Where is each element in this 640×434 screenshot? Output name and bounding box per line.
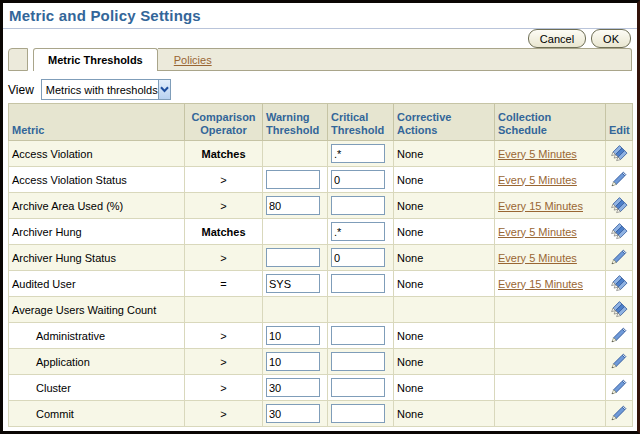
corrective-actions-value: None (394, 141, 495, 167)
warning-threshold-input[interactable] (266, 248, 320, 267)
column-header-corrective-actions: Corrective Actions (394, 104, 495, 141)
warning-threshold-input[interactable] (266, 274, 320, 293)
page-title: Metric and Policy Settings (9, 7, 201, 24)
comparison-operator-value: > (185, 245, 263, 271)
edit-multiple-pencil-icon[interactable] (610, 196, 629, 214)
corrective-actions-value: None (394, 323, 495, 349)
table-row: Access ViolationMatchesNoneEvery 5 Minut… (9, 141, 633, 167)
metric-name: Administrative (9, 323, 185, 349)
metric-name: Application (9, 349, 185, 375)
warning-threshold-cell (263, 271, 328, 297)
table-row: Commit>None (9, 401, 633, 427)
warning-threshold-cell (263, 401, 328, 427)
tab-bar-rest: Policies (158, 48, 632, 71)
collection-schedule-link[interactable]: Every 5 Minutes (498, 252, 577, 264)
ok-button[interactable]: OK (591, 29, 631, 48)
edit-multiple-pencil-icon[interactable] (610, 274, 629, 292)
table-row: Audited User=NoneEvery 15 Minutes (9, 271, 633, 297)
edit-cell (606, 271, 633, 297)
edit-cell (606, 167, 633, 193)
collection-schedule-link[interactable]: Every 5 Minutes (498, 174, 577, 186)
warning-threshold-cell (263, 141, 328, 167)
table-row: Archive Area Used (%)>NoneEvery 15 Minut… (9, 193, 633, 219)
critical-threshold-cell (328, 167, 394, 193)
warning-threshold-input[interactable] (266, 352, 320, 371)
column-header-critical-threshold: Critical Threshold (328, 104, 394, 141)
tab-bar: Metric Thresholds Policies (8, 48, 632, 71)
tab-metric-thresholds[interactable]: Metric Thresholds (33, 48, 158, 71)
warning-threshold-input[interactable] (266, 404, 320, 423)
edit-pencil-icon[interactable] (610, 248, 628, 266)
critical-threshold-input[interactable] (331, 196, 385, 215)
edit-cell (606, 245, 633, 271)
critical-threshold-input[interactable] (331, 144, 385, 163)
collection-schedule-link[interactable]: Every 15 Minutes (498, 200, 583, 212)
edit-pencil-icon[interactable] (610, 352, 628, 370)
corrective-actions-value: None (394, 401, 495, 427)
cancel-button[interactable]: Cancel (528, 29, 586, 48)
metric-name: Archive Area Used (%) (9, 193, 185, 219)
comparison-operator-value: > (185, 167, 263, 193)
edit-multiple-pencil-icon[interactable] (610, 300, 629, 318)
edit-cell (606, 323, 633, 349)
critical-threshold-input[interactable] (331, 222, 385, 241)
corrective-actions-value: None (394, 193, 495, 219)
comparison-operator-value: > (185, 375, 263, 401)
corrective-actions-value: None (394, 349, 495, 375)
collection-schedule-link[interactable]: Every 5 Minutes (498, 148, 577, 160)
column-header-edit: Edit (606, 104, 633, 141)
edit-multiple-pencil-icon[interactable] (610, 222, 629, 240)
edit-multiple-pencil-icon[interactable] (610, 144, 629, 162)
warning-threshold-cell (263, 167, 328, 193)
corrective-actions-value: None (394, 167, 495, 193)
comparison-operator-value: > (185, 193, 263, 219)
collection-schedule-cell: Every 5 Minutes (495, 167, 606, 193)
metric-name: Access Violation Status (9, 167, 185, 193)
edit-pencil-icon[interactable] (610, 378, 628, 396)
warning-threshold-input[interactable] (266, 170, 320, 189)
collection-schedule-link[interactable]: Every 15 Minutes (498, 278, 583, 290)
corrective-actions-value: None (394, 271, 495, 297)
metric-name: Commit (9, 401, 185, 427)
critical-threshold-cell (328, 297, 394, 323)
collection-schedule-cell: Every 5 Minutes (495, 245, 606, 271)
edit-pencil-icon[interactable] (610, 404, 628, 422)
critical-threshold-input[interactable] (331, 404, 385, 423)
warning-threshold-input[interactable] (266, 196, 320, 215)
comparison-operator-value: > (185, 349, 263, 375)
edit-cell (606, 219, 633, 245)
edit-cell (606, 375, 633, 401)
collection-schedule-cell: Every 15 Minutes (495, 271, 606, 297)
view-select[interactable]: Metrics with thresholds (41, 79, 171, 100)
collection-schedule-cell (495, 401, 606, 427)
collection-schedule-cell (495, 375, 606, 401)
collection-schedule-cell: Every 5 Minutes (495, 141, 606, 167)
table-row: Archiver Hung Status>NoneEvery 5 Minutes (9, 245, 633, 271)
critical-threshold-cell (328, 323, 394, 349)
critical-threshold-cell (328, 349, 394, 375)
critical-threshold-input[interactable] (331, 170, 385, 189)
critical-threshold-input[interactable] (331, 352, 385, 371)
critical-threshold-cell (328, 193, 394, 219)
warning-threshold-input[interactable] (266, 378, 320, 397)
metric-thresholds-table: Metric Comparison Operator Warning Thres… (8, 103, 633, 427)
edit-cell (606, 141, 633, 167)
critical-threshold-input[interactable] (331, 274, 385, 293)
view-select-value: Metrics with thresholds (42, 84, 158, 96)
critical-threshold-cell (328, 375, 394, 401)
warning-threshold-input[interactable] (266, 326, 320, 345)
edit-cell (606, 297, 633, 323)
tab-policies-link[interactable]: Policies (174, 54, 212, 66)
view-label: View (8, 83, 34, 97)
corrective-actions-value (394, 297, 495, 323)
critical-threshold-input[interactable] (331, 378, 385, 397)
metric-name: Access Violation (9, 141, 185, 167)
edit-pencil-icon[interactable] (610, 326, 628, 344)
edit-pencil-icon[interactable] (610, 170, 628, 188)
critical-threshold-input[interactable] (331, 248, 385, 267)
collection-schedule-link[interactable]: Every 5 Minutes (498, 226, 577, 238)
view-filter-row: View Metrics with thresholds (8, 79, 171, 100)
warning-threshold-cell (263, 375, 328, 401)
critical-threshold-input[interactable] (331, 326, 385, 345)
chevron-down-icon[interactable] (158, 80, 170, 99)
